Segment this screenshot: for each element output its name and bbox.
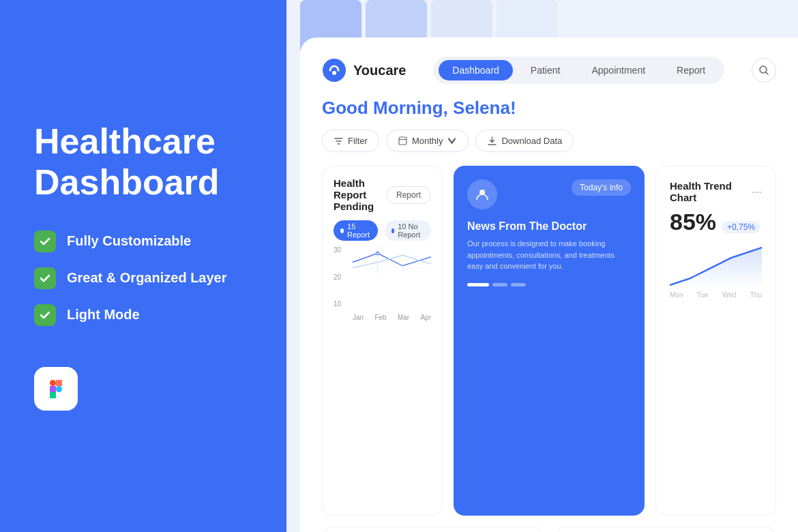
nav-logo: Youcare — [322, 58, 406, 83]
svg-rect-14 — [399, 137, 407, 145]
monthly-label: Monthly — [412, 136, 443, 146]
svg-point-22 — [376, 252, 379, 254]
nav-tabs: Dashboard Patient Appointment Report — [433, 57, 724, 84]
legend-10: 10 No Report — [385, 220, 431, 241]
bottom-grid: Medical Information See Details Cameron … — [322, 527, 776, 532]
feature-label-2: Great & Organized Layer — [67, 270, 227, 286]
svg-point-4 — [56, 386, 62, 392]
feature-label-1: Fully Customizable — [67, 233, 191, 249]
svg-rect-3 — [56, 380, 62, 386]
today-badge: Today's info — [572, 179, 631, 196]
news-dot-3[interactable] — [511, 283, 526, 286]
filter-label: Filter — [348, 136, 368, 146]
download-label: Download Data — [501, 136, 562, 146]
feature-item-1: Fully Customizable — [34, 231, 252, 252]
feature-list: Fully Customizable Great & Organized Lay… — [34, 231, 252, 326]
feature-label-3: Light Mode — [67, 307, 140, 323]
svg-rect-0 — [50, 380, 56, 386]
monthly-button[interactable]: Monthly — [386, 130, 469, 152]
trend-more[interactable]: ··· — [752, 185, 762, 199]
news-card-header: Today's info — [467, 179, 631, 209]
nav-bar: Youcare Dashboard Patient Appointment Re… — [322, 57, 776, 84]
svg-point-6 — [332, 71, 336, 75]
tab-report[interactable]: Report — [663, 60, 719, 80]
toolbar: Filter Monthly Download Data — [322, 130, 776, 152]
figma-badge — [34, 367, 78, 411]
left-panel: Healthcare Dashboard Fully Customizable … — [0, 0, 286, 532]
legend-dot-10 — [391, 228, 394, 233]
svg-rect-1 — [50, 386, 56, 392]
check-icon-2 — [34, 267, 56, 289]
check-icon-1 — [34, 231, 56, 252]
right-panel: Youcare Dashboard Patient Appointment Re… — [286, 0, 798, 532]
download-button[interactable]: Download Data — [475, 130, 574, 152]
logo-text: Youcare — [353, 63, 406, 78]
legend-15: 15 Report — [334, 220, 378, 241]
trend-x-labels: Mon Tue Wed Thu — [670, 291, 762, 299]
main-content-grid: Health Report Pending Report 15 Report 1… — [322, 166, 776, 516]
health-trend-card: Health Trend Chart ··· 85% +0,75% — [655, 166, 776, 516]
svg-point-5 — [323, 59, 346, 82]
greeting: Good Morning, Selena! — [322, 98, 776, 119]
svg-line-10 — [766, 72, 769, 75]
search-button[interactable] — [752, 58, 776, 83]
trend-title: Health Trend Chart — [670, 180, 752, 203]
chart-x-labels: Jan Feb Mar Apr — [353, 314, 431, 321]
legend-dot-15 — [340, 228, 344, 233]
tab-dashboard[interactable]: Dashboard — [439, 60, 513, 80]
svg-point-8 — [338, 70, 340, 72]
health-report-header: Health Report Pending Report — [334, 177, 431, 212]
health-report-card: Health Report Pending Report 15 Report 1… — [322, 166, 443, 516]
tab-appointment[interactable]: Appointment — [578, 60, 659, 80]
svg-point-7 — [329, 70, 331, 72]
filter-button[interactable]: Filter — [322, 130, 379, 152]
tab-patient[interactable]: Patient — [517, 60, 574, 80]
dashboard-card: Youcare Dashboard Patient Appointment Re… — [300, 38, 798, 532]
health-report-title: Health Report Pending — [334, 177, 386, 212]
feature-item-3: Light Mode — [34, 304, 252, 326]
trend-change: +0,75% — [722, 221, 760, 233]
news-title: News From The Doctor — [467, 220, 631, 233]
news-avatar — [467, 179, 497, 209]
news-dot-1[interactable] — [467, 283, 489, 286]
news-dot-2[interactable] — [492, 283, 507, 286]
trend-chart — [670, 241, 762, 289]
chart-y-labels: 30 20 10 — [334, 246, 341, 308]
health-report-chart: 30 20 10 — [334, 246, 431, 321]
feature-item-2: Great & Organized Layer — [34, 267, 252, 289]
health-report-badge[interactable]: Report — [386, 186, 431, 204]
chart-legend: 15 Report 10 No Report — [334, 220, 431, 241]
trend-percentage: 85% — [670, 209, 716, 235]
patient-health-report-card: Patient health report Progress Recovery — [555, 527, 776, 532]
svg-rect-2 — [50, 392, 56, 398]
news-dots — [467, 283, 631, 286]
news-text: Our process is designed to make booking … — [467, 238, 631, 272]
hero-title: Healthcare Dashboard — [34, 121, 252, 203]
medical-info-card: Medical Information See Details Cameron … — [322, 527, 544, 532]
trend-header: Health Trend Chart ··· — [670, 180, 762, 203]
check-icon-3 — [34, 304, 56, 326]
news-card: Today's info News From The Doctor Our pr… — [454, 166, 645, 516]
trend-value: 85% +0,75% — [670, 209, 762, 235]
